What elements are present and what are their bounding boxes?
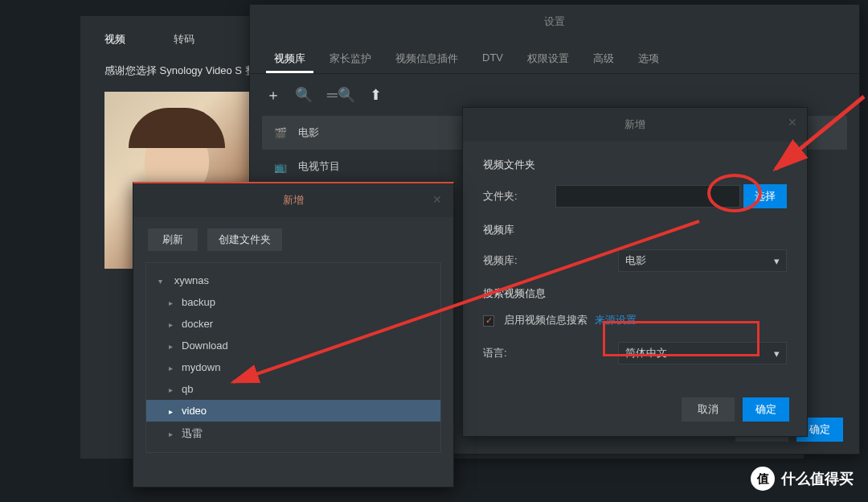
- new-folder-button[interactable]: 创建文件夹: [207, 228, 282, 251]
- lang-label: 语言:: [483, 346, 555, 360]
- close-icon[interactable]: ✕: [788, 116, 797, 129]
- tree-label: qb: [182, 383, 193, 395]
- folder-label: 文件夹:: [483, 189, 555, 204]
- select-folder-button[interactable]: 选择: [743, 184, 787, 208]
- chevron-right-icon: ▸: [169, 385, 177, 394]
- chevron-right-icon: ▸: [169, 407, 177, 416]
- tree-item-backup[interactable]: ▸backup: [146, 291, 440, 313]
- refresh-button[interactable]: 刷新: [148, 228, 198, 251]
- bg-tab-video[interactable]: 视频: [104, 32, 125, 47]
- add-ok-button[interactable]: 确定: [743, 397, 789, 422]
- tab-permission[interactable]: 权限设置: [519, 45, 577, 73]
- folder-input[interactable]: [555, 185, 740, 208]
- language-select-value: 简体中文: [625, 346, 667, 360]
- tab-options[interactable]: 选项: [630, 45, 667, 73]
- language-select[interactable]: 简体中文 ▾: [618, 342, 787, 364]
- library-select[interactable]: 电影 ▾: [618, 249, 787, 272]
- tree-label: video: [182, 405, 207, 417]
- tree-item-mydown[interactable]: ▸mydown: [146, 356, 440, 378]
- add-icon[interactable]: ＋: [266, 85, 280, 105]
- add-dialog: 新增 ✕ 视频文件夹 文件夹: 选择 视频库 视频库: 电影 ▾ 搜索视频信息 …: [462, 107, 808, 437]
- tree-root[interactable]: ▾ xywnas: [146, 270, 440, 291]
- tree-label: backup: [182, 296, 215, 308]
- bg-tab-transcode[interactable]: 转码: [174, 32, 194, 47]
- chevron-right-icon: ▸: [169, 298, 177, 307]
- tab-plugin[interactable]: 视频信息插件: [387, 45, 466, 73]
- film-icon: 🎬: [274, 127, 289, 139]
- tab-library[interactable]: 视频库: [266, 45, 313, 73]
- folder-picker-dialog: 新增 ✕ 刷新 创建文件夹 ▾ xywnas ▸backup ▸docker ▸…: [133, 182, 454, 488]
- settings-tabs: 视频库 家长监护 视频信息插件 DTV 权限设置 高级 选项: [250, 39, 859, 74]
- search-icon[interactable]: 🔍: [295, 86, 313, 104]
- enable-search-label: 启用视频信息搜索: [504, 314, 588, 326]
- tree-label: docker: [182, 318, 213, 330]
- tree-root-label: xywnas: [174, 274, 209, 286]
- search-all-icon[interactable]: ═🔍: [327, 86, 355, 104]
- library-item-label: 电影: [298, 126, 319, 140]
- folder-tree: ▾ xywnas ▸backup ▸docker ▸Download ▸mydo…: [145, 262, 441, 453]
- tree-label: mydown: [182, 361, 220, 373]
- add-cancel-button[interactable]: 取消: [682, 397, 735, 422]
- settings-title: 设置: [250, 5, 859, 39]
- tv-icon: 📺: [274, 161, 289, 173]
- tab-parental[interactable]: 家长监护: [321, 45, 379, 73]
- chevron-right-icon: ▸: [169, 342, 177, 351]
- enable-search-checkbox[interactable]: [483, 315, 494, 327]
- chevron-right-icon: ▸: [169, 320, 177, 329]
- chevron-down-icon: ▾: [158, 277, 166, 286]
- chevron-right-icon: ▸: [169, 430, 177, 438]
- folder-dialog-title: 新增: [133, 183, 453, 217]
- watermark-text: 什么值得买: [781, 469, 854, 488]
- library-item-label: 电视节目: [298, 159, 340, 174]
- add-dialog-title: 新增: [463, 108, 807, 142]
- upload-icon[interactable]: ⬆: [370, 86, 382, 104]
- tree-item-docker[interactable]: ▸docker: [146, 313, 440, 335]
- source-settings-link[interactable]: 来源设置: [595, 314, 637, 326]
- tab-advanced[interactable]: 高级: [585, 45, 622, 73]
- close-icon[interactable]: ✕: [432, 193, 442, 206]
- tree-label: Download: [182, 339, 228, 352]
- lib-label: 视频库:: [483, 253, 555, 268]
- tab-dtv[interactable]: DTV: [474, 45, 511, 73]
- tree-item-xunlei[interactable]: ▸迅雷: [146, 422, 440, 446]
- watermark-badge: 值: [751, 467, 775, 491]
- tree-item-video[interactable]: ▸video: [146, 400, 440, 422]
- tree-item-qb[interactable]: ▸qb: [146, 378, 440, 400]
- watermark: 值 什么值得买: [751, 467, 854, 491]
- tree-label: 迅雷: [182, 427, 203, 439]
- library-select-value: 电影: [625, 253, 646, 268]
- chevron-right-icon: ▸: [169, 364, 177, 372]
- chevron-down-icon: ▾: [774, 255, 780, 267]
- chevron-down-icon: ▾: [774, 348, 780, 360]
- tree-item-download[interactable]: ▸Download: [146, 335, 440, 356]
- section-folder-heading: 视频文件夹: [483, 158, 787, 172]
- section-lib-heading: 视频库: [483, 223, 787, 237]
- section-search-heading: 搜索视频信息: [483, 286, 787, 301]
